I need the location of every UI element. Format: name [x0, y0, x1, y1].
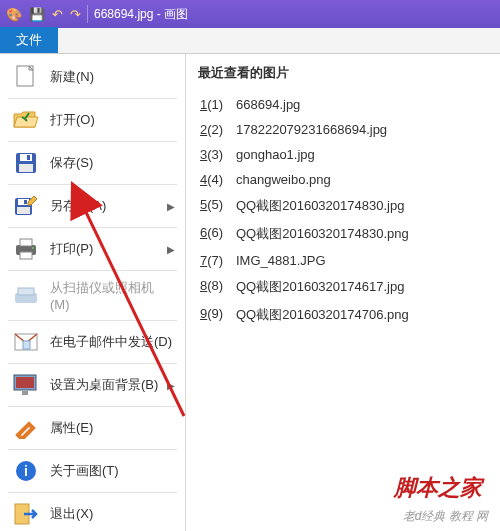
recent-files-panel: 最近查看的图片 1(1)668694.jpg2(2)17822207923166…: [186, 54, 500, 531]
separator: [87, 5, 88, 23]
menu-send-email[interactable]: 在电子邮件中发送(D): [0, 323, 185, 361]
chevron-right-icon: ▶: [167, 201, 175, 212]
scanner-icon: [12, 283, 40, 309]
recent-file-item[interactable]: 3(3)gonghao1.jpg: [198, 142, 488, 167]
open-folder-icon: [12, 107, 40, 133]
watermark-subtext: 老d经典 教程 网: [403, 508, 488, 525]
svg-text:i: i: [24, 463, 28, 479]
save-icon: [12, 150, 40, 176]
redo-icon[interactable]: ↷: [70, 8, 81, 21]
svg-rect-4: [19, 164, 33, 172]
separator: [8, 492, 177, 493]
menu-save[interactable]: 保存(S): [0, 144, 185, 182]
menu-exit[interactable]: 退出(X): [0, 495, 185, 531]
printer-icon: [12, 236, 40, 262]
separator: [8, 98, 177, 99]
file-tab[interactable]: 文件: [0, 27, 58, 53]
svg-rect-11: [20, 252, 32, 259]
recent-file-item[interactable]: 9(9)QQ截图20160320174706.png: [198, 301, 488, 329]
file-menu-list: 新建(N) 打开(O) 保存(S) 另存为(A) ▶ 打印(P) ▶ 从扫描仪或…: [0, 54, 186, 531]
menu-label: 在电子邮件中发送(D): [50, 333, 172, 351]
watermark-text: 脚本之家: [394, 473, 482, 503]
separator: [8, 449, 177, 450]
app-icon: 🎨: [6, 8, 22, 21]
menu-set-wallpaper[interactable]: 设置为桌面背景(B) ▶: [0, 366, 185, 404]
svg-rect-18: [16, 377, 34, 388]
svg-rect-7: [24, 200, 27, 204]
svg-rect-6: [18, 199, 29, 205]
save-icon[interactable]: 💾: [29, 8, 45, 21]
menu-new[interactable]: 新建(N): [0, 58, 185, 96]
menu-label: 另存为(A): [50, 197, 106, 215]
email-icon: [12, 329, 40, 355]
menu-from-scanner: 从扫描仪或照相机(M): [0, 273, 185, 318]
recent-files-title: 最近查看的图片: [198, 64, 488, 82]
separator: [8, 320, 177, 321]
separator: [8, 406, 177, 407]
menu-label: 新建(N): [50, 68, 94, 86]
titlebar: 🎨 💾 ↶ ↷ 668694.jpg - 画图: [0, 0, 500, 28]
undo-icon[interactable]: ↶: [52, 8, 63, 21]
exit-icon: [12, 501, 40, 527]
menu-print[interactable]: 打印(P) ▶: [0, 230, 185, 268]
chevron-right-icon: ▶: [167, 244, 175, 255]
new-file-icon: [12, 64, 40, 90]
info-icon: i: [12, 458, 40, 484]
svg-rect-10: [20, 239, 32, 246]
menu-open[interactable]: 打开(O): [0, 101, 185, 139]
file-menu-panel: 新建(N) 打开(O) 保存(S) 另存为(A) ▶ 打印(P) ▶ 从扫描仪或…: [0, 54, 500, 531]
desktop-icon: [12, 372, 40, 398]
menu-save-as[interactable]: 另存为(A) ▶: [0, 187, 185, 225]
svg-rect-14: [18, 288, 34, 295]
svg-rect-16: [23, 341, 30, 349]
separator: [8, 141, 177, 142]
recent-file-item[interactable]: 5(5)QQ截图20160320174830.jpg: [198, 192, 488, 220]
menu-label: 退出(X): [50, 505, 93, 523]
recent-files-list: 1(1)668694.jpg2(2)178222079231668694.jpg…: [198, 92, 488, 329]
properties-icon: [12, 415, 40, 441]
separator: [8, 227, 177, 228]
recent-file-item[interactable]: 1(1)668694.jpg: [198, 92, 488, 117]
chevron-right-icon: ▶: [167, 380, 175, 391]
recent-file-item[interactable]: 4(4)changweibo.png: [198, 167, 488, 192]
menu-label: 关于画图(T): [50, 462, 119, 480]
menu-label: 保存(S): [50, 154, 93, 172]
save-as-icon: [12, 193, 40, 219]
menu-label: 设置为桌面背景(B): [50, 376, 158, 394]
quick-access-toolbar: 🎨 💾 ↶ ↷: [6, 8, 81, 21]
menu-label: 从扫描仪或照相机(M): [50, 279, 173, 312]
recent-file-item[interactable]: 6(6)QQ截图20160320174830.png: [198, 220, 488, 248]
separator: [8, 270, 177, 271]
menu-about[interactable]: i 关于画图(T): [0, 452, 185, 490]
recent-file-item[interactable]: 8(8)QQ截图20160320174617.jpg: [198, 273, 488, 301]
recent-file-item[interactable]: 7(7)IMG_4881.JPG: [198, 248, 488, 273]
menu-label: 打印(P): [50, 240, 93, 258]
separator: [8, 184, 177, 185]
svg-point-12: [32, 247, 34, 249]
recent-file-item[interactable]: 2(2)178222079231668694.jpg: [198, 117, 488, 142]
menu-label: 属性(E): [50, 419, 93, 437]
window-title: 668694.jpg - 画图: [94, 6, 188, 23]
svg-rect-2: [20, 154, 32, 161]
svg-rect-8: [17, 207, 30, 214]
menu-label: 打开(O): [50, 111, 95, 129]
separator: [8, 363, 177, 364]
svg-rect-19: [22, 391, 28, 395]
ribbon-tabbar: 文件: [0, 28, 500, 54]
menu-properties[interactable]: 属性(E): [0, 409, 185, 447]
svg-rect-3: [27, 155, 30, 160]
